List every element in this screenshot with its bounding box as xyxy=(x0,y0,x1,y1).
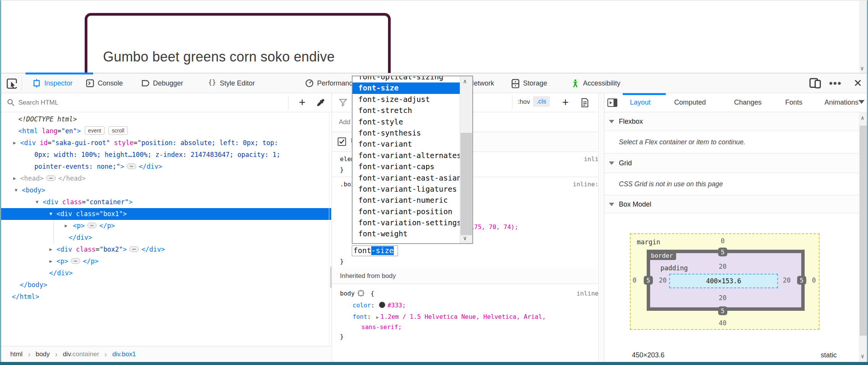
autocomplete-item[interactable]: font-variant xyxy=(353,139,460,150)
padding-right-value[interactable]: 20 xyxy=(783,276,791,284)
expand-arrow-icon[interactable]: ▶ xyxy=(63,220,69,232)
margin-right-value[interactable]: 0 xyxy=(812,276,816,284)
markup-line[interactable]: </div> xyxy=(0,232,331,244)
add-rule-button[interactable]: + xyxy=(558,94,573,111)
autocomplete-item[interactable]: font-optical-sizing xyxy=(353,76,460,82)
meatball-menu-button[interactable]: ••• xyxy=(829,73,842,93)
event-badge[interactable]: event xyxy=(85,126,105,135)
scroll-down-icon[interactable]: ∨ xyxy=(463,235,467,242)
markup-line[interactable]: ▶<div id="saka-gui-root" style="position… xyxy=(0,137,331,149)
sidebar-tabs-overflow-button[interactable] xyxy=(858,100,865,104)
property-name-input[interactable]: font-size xyxy=(352,245,398,256)
sidebar-toggle-button[interactable] xyxy=(607,99,617,107)
breadcrumb-item[interactable]: html xyxy=(10,350,23,358)
rule-body[interactable]: body { inline:2 xyxy=(332,288,614,299)
color-swatch[interactable] xyxy=(379,302,385,308)
sidebar-tab-computed[interactable]: Computed xyxy=(674,93,706,112)
markup-line[interactable]: ▼<div class="container"> xyxy=(0,196,331,208)
autocomplete-item[interactable]: font-weight xyxy=(353,228,460,239)
autocomplete-item[interactable]: font-variant-position xyxy=(353,206,460,217)
sidebar-tab-layout[interactable]: Layout xyxy=(630,93,651,112)
markup-line[interactable]: </div> xyxy=(0,267,331,279)
markup-line[interactable]: </html> xyxy=(0,291,331,303)
collapse-arrow-icon[interactable]: ▼ xyxy=(48,208,53,220)
scroll-up-icon[interactable]: ∧ xyxy=(463,78,467,85)
markup-line[interactable]: ▶<p>⋯</p> xyxy=(0,220,331,232)
inline-content-ellipsis[interactable]: ⋯ xyxy=(127,163,136,169)
add-node-button[interactable]: + xyxy=(294,94,311,111)
markup-line[interactable]: <html lang="en">eventscroll xyxy=(0,125,331,137)
expand-arrow-icon[interactable]: ▶ xyxy=(48,244,53,255)
class-checkbox[interactable] xyxy=(338,137,346,146)
scroll-down-icon[interactable]: ∨ xyxy=(861,353,864,360)
border-right-value[interactable]: 5 xyxy=(797,276,806,285)
flexbox-section-header[interactable]: Flexbox xyxy=(604,112,859,131)
close-devtools-button[interactable]: ✕ xyxy=(854,73,862,93)
autocomplete-item[interactable]: font-synthesis xyxy=(353,128,460,139)
box-model-content[interactable]: 400×153.6 xyxy=(669,274,778,288)
box-model-section-header[interactable]: Box Model xyxy=(604,195,859,213)
markup-line[interactable]: ▶<div class="box2">⋯</div> xyxy=(0,244,331,255)
autocomplete-item[interactable]: font-stretch xyxy=(353,105,460,116)
scrollbar-thumb[interactable] xyxy=(860,126,867,336)
page-scrollbar[interactable]: ∨ xyxy=(859,1,867,73)
markup-line[interactable]: <!DOCTYPE html> xyxy=(0,113,331,125)
print-media-button[interactable] xyxy=(581,98,589,107)
markup-line[interactable]: ▼<body> xyxy=(0,184,331,196)
breadcrumb-item[interactable]: div.box1 xyxy=(112,350,136,358)
markup-line[interactable]: ▼<div class="box1"> xyxy=(0,208,331,220)
autocomplete-item[interactable]: font-size-adjust xyxy=(353,94,460,105)
pseudo-class-button[interactable]: :hov xyxy=(516,97,532,107)
markup-line[interactable]: ▶<p>⋯</p> xyxy=(0,255,331,267)
collapse-arrow-icon[interactable]: ▼ xyxy=(13,184,19,196)
breadcrumb-item[interactable]: div.container xyxy=(63,350,99,358)
collapse-arrow-icon[interactable]: ▼ xyxy=(34,196,40,208)
tab-debugger[interactable]: Debugger xyxy=(141,73,183,93)
tab-performance[interactable]: Performance xyxy=(305,73,356,93)
autocomplete-item[interactable]: font-style xyxy=(353,116,460,128)
inline-content-ellipsis[interactable]: ⋯ xyxy=(71,258,80,264)
selector-highlighter-icon[interactable] xyxy=(358,290,364,297)
eyedropper-button[interactable] xyxy=(316,98,325,107)
margin-top-value[interactable]: 0 xyxy=(721,237,725,245)
autocomplete-scrollbar[interactable]: ∧ ∨ xyxy=(460,76,472,243)
scroll-badge[interactable]: scroll xyxy=(108,126,128,135)
tab-console[interactable]: Console xyxy=(86,73,123,93)
autocomplete-item[interactable]: font-variant-ligatures xyxy=(353,184,460,195)
padding-left-value[interactable]: 20 xyxy=(659,276,667,284)
sidebar-tab-changes[interactable]: Changes xyxy=(734,93,762,112)
search-html-input[interactable] xyxy=(18,97,225,109)
expand-arrow-icon[interactable]: ▶ xyxy=(48,255,53,267)
autocomplete-item[interactable]: font-variant-caps xyxy=(353,161,460,172)
autocomplete-item[interactable]: font-variant-east-asian xyxy=(353,173,460,184)
border-top-value[interactable]: 5 xyxy=(718,248,727,257)
inline-content-ellipsis[interactable]: ⋯ xyxy=(129,246,138,252)
padding-bottom-value[interactable]: 20 xyxy=(719,294,726,302)
class-panel-button[interactable]: .cls xyxy=(533,96,550,107)
scrollbar-thumb[interactable] xyxy=(461,133,472,235)
markup-line[interactable]: 0px; width: 100%; height…100%; z-index: … xyxy=(0,149,331,161)
border-bottom-value[interactable]: 5 xyxy=(718,307,727,315)
inline-content-ellipsis[interactable]: ⋯ xyxy=(46,175,55,181)
autocomplete-item[interactable]: font-variation-settings xyxy=(353,217,460,228)
markup-line[interactable]: ▶<head>⋯</head> xyxy=(0,173,331,184)
scroll-up-icon[interactable]: ∧ xyxy=(861,115,864,121)
responsive-design-mode-button[interactable] xyxy=(809,73,823,93)
border-left-value[interactable]: 5 xyxy=(644,276,653,285)
inline-content-ellipsis[interactable]: ⋯ xyxy=(87,223,97,228)
margin-left-value[interactable]: 0 xyxy=(633,276,636,284)
scroll-down-icon[interactable]: ∨ xyxy=(860,65,864,72)
autocomplete-item[interactable]: font-variant-numeric xyxy=(353,195,460,206)
expand-arrow-icon[interactable]: ▶ xyxy=(12,173,17,184)
sidebar-tab-animations[interactable]: Animations xyxy=(825,93,858,112)
tab-storage[interactable]: Storage xyxy=(511,73,547,93)
grid-section-header[interactable]: Grid xyxy=(604,153,859,173)
declaration-color[interactable]: color: #333; xyxy=(332,300,618,311)
expand-arrow-icon[interactable]: ▶ xyxy=(12,137,17,149)
breadcrumb-item[interactable]: body xyxy=(35,350,50,358)
padding-top-value[interactable]: 20 xyxy=(719,263,726,270)
margin-bottom-value[interactable]: 40 xyxy=(719,319,726,327)
sidebar-tab-fonts[interactable]: Fonts xyxy=(785,93,802,112)
autocomplete-item[interactable]: font-variant-alternates xyxy=(353,150,460,161)
markup-line[interactable]: </body> xyxy=(0,279,331,291)
